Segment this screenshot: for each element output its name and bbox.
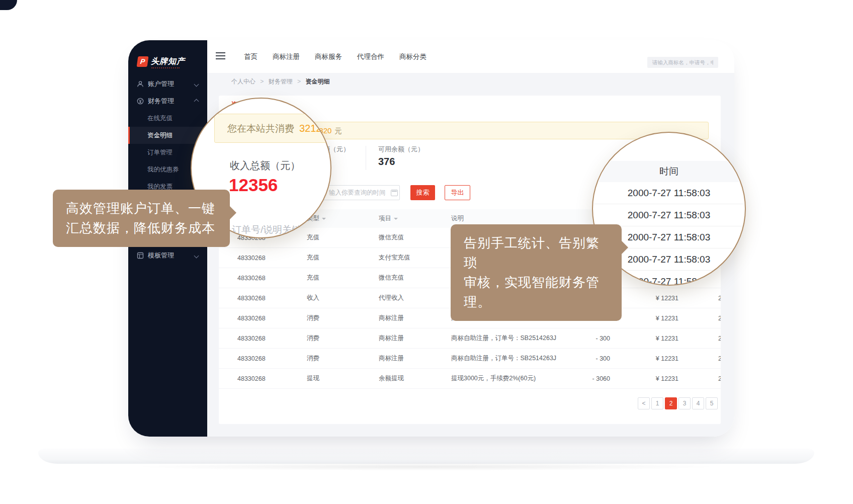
sidebar-sub-item-label: 我的优惠券 xyxy=(147,166,179,173)
top-nav-item[interactable]: 代理合作 xyxy=(350,52,392,61)
sort-caret-icon xyxy=(322,218,326,222)
magnified-income-label: 收入总额（元） xyxy=(230,159,300,173)
sidebar-sub-item-label: 在线充值 xyxy=(147,115,173,122)
cell-type: 提现 xyxy=(307,369,362,388)
trademark-search-input[interactable] xyxy=(647,57,718,68)
sidebar-sub-item-label: 订单管理 xyxy=(147,149,173,156)
marketing-canvas: P 头牌知产 账户管理 财务管理 xyxy=(0,0,853,504)
cell-project: 微信充值 xyxy=(379,268,444,288)
cell-type: 消费 xyxy=(307,308,362,328)
cell-time xyxy=(718,268,721,288)
laptop-base xyxy=(38,449,814,464)
calendar-icon[interactable] xyxy=(391,190,398,196)
sidebar-item-label: 模板管理 xyxy=(148,251,174,260)
breadcrumb: 个人中心 > 财务管理 > 资金明细 xyxy=(231,77,329,86)
cell-order: 48330268 xyxy=(237,369,298,388)
pagination-page-button[interactable]: 2 xyxy=(665,397,677,409)
callout-right: 告别手工统计、告别繁琐 审核，实现智能财务管 理。 xyxy=(451,224,622,321)
sidebar-item-template[interactable]: 模板管理 xyxy=(128,247,207,264)
magnified-income-value: 12356 xyxy=(229,175,278,195)
cell-type: 充值 xyxy=(307,248,362,268)
pagination-page-button[interactable]: 1 xyxy=(651,397,663,409)
cell-amount: - 300 xyxy=(531,328,610,348)
cell-order: 48330268 xyxy=(237,308,298,328)
cell-time: 2000-7-27 11:58:03 xyxy=(718,288,721,308)
export-button[interactable]: 导出 xyxy=(445,185,470,200)
top-nav-item[interactable]: 商标注册 xyxy=(265,52,307,61)
cell-balance: ¥ 12231 xyxy=(621,308,678,328)
cell-order: 48330268 xyxy=(237,328,298,348)
cell-project: 微信充值 xyxy=(379,228,444,247)
cell-balance: ¥ 12231 xyxy=(621,369,678,388)
cell-balance: ¥ 12231 xyxy=(621,328,678,348)
header-project[interactable]: 项目 xyxy=(379,209,444,228)
top-nav-menu: 首页 商标注册 商标服务 代理合作 商标分类 xyxy=(236,40,434,73)
cell-project: 商标注册 xyxy=(379,349,444,368)
search-button[interactable]: 搜索 xyxy=(410,185,435,200)
pagination-page-button[interactable]: 5 xyxy=(706,397,718,409)
cell-project: 代理收入 xyxy=(379,288,444,308)
cell-order: 48330268 xyxy=(237,248,298,268)
cell-project: 商标注册 xyxy=(379,308,444,328)
stat-balance-label: 可用余额（元） xyxy=(378,145,424,154)
sidebar-sub-item-label: 我的发票 xyxy=(147,183,173,190)
cell-time: 2000-7-27 11:58:03 xyxy=(718,308,721,328)
top-nav-item[interactable]: 首页 xyxy=(236,52,265,61)
stat-balance-value: 376 xyxy=(378,156,395,167)
top-nav-item[interactable]: 商标服务 xyxy=(307,52,350,61)
cell-order: 48330268 xyxy=(237,268,298,288)
chevron-down-icon xyxy=(194,253,199,258)
pagination-page-button[interactable]: 3 xyxy=(678,397,691,409)
magnified-time-row: 2000-7-27 11:58:03 xyxy=(593,182,745,204)
cell-balance: ¥ 12231 xyxy=(621,349,678,368)
table-row: 48330268 消费 商标注册 商标自助注册，订单号：SB2514263J -… xyxy=(219,349,721,369)
cell-time: 2000-7-27 11:58:03 xyxy=(718,328,721,348)
cell-order: 48330268 xyxy=(237,349,298,368)
sidebar-sub-item-label: 资金明细 xyxy=(147,132,173,139)
template-icon xyxy=(137,252,144,259)
cell-type: 收入 xyxy=(307,288,362,308)
breadcrumb-item[interactable]: 个人中心 xyxy=(231,78,255,85)
cell-type: 充值 xyxy=(307,268,362,288)
sidebar-sub-item[interactable]: 在线充值 xyxy=(128,110,207,127)
top-navigation-bar: 首页 商标注册 商标服务 代理合作 商标分类 xyxy=(207,40,734,73)
cell-balance: ¥ 12231 xyxy=(621,288,678,308)
cell-type: 消费 xyxy=(307,349,362,368)
magnified-time-row: 2000-7-27 11:58:03 xyxy=(593,204,745,226)
date-input[interactable] xyxy=(323,185,400,200)
sort-caret-icon xyxy=(394,218,398,222)
table-row: 48330268 提现 余额提现 提现3000元，手续费2%(60元) - 30… xyxy=(219,369,721,389)
cell-project: 支付宝充值 xyxy=(379,248,444,268)
pagination-prev-button[interactable]: < xyxy=(638,397,650,409)
pagination: < 1 2 3 xyxy=(638,397,719,409)
table-row: 48330268 消费 商标注册 商标自助注册，订单号：SB2514263J -… xyxy=(219,328,721,349)
magnified-time-header: 时间 xyxy=(593,161,745,182)
cell-order: 48330268 xyxy=(237,288,298,308)
top-nav-item[interactable]: 商标分类 xyxy=(392,52,434,61)
cell-amount: - 300 xyxy=(531,349,610,368)
corner-decoration xyxy=(0,0,17,10)
cell-type: 消费 xyxy=(307,328,362,348)
breadcrumb-current: 资金明细 xyxy=(305,78,329,85)
cell-type: 充值 xyxy=(307,228,362,247)
cell-time: 2000-7-27 11:58:03 xyxy=(718,369,721,388)
cell-time: 2000-7-27 11:58:03 xyxy=(718,349,721,368)
cell-amount: - 3060 xyxy=(531,369,610,388)
cell-project: 余额提现 xyxy=(379,369,444,388)
cell-project: 商标注册 xyxy=(379,328,444,348)
pagination-page-button[interactable]: 4 xyxy=(692,397,704,409)
hamburger-menu-icon[interactable] xyxy=(216,52,225,59)
breadcrumb-item[interactable]: 财务管理 xyxy=(269,78,293,85)
callout-left: 高效管理账户订单、一键 汇总数据，降低财务成本 xyxy=(53,190,230,247)
